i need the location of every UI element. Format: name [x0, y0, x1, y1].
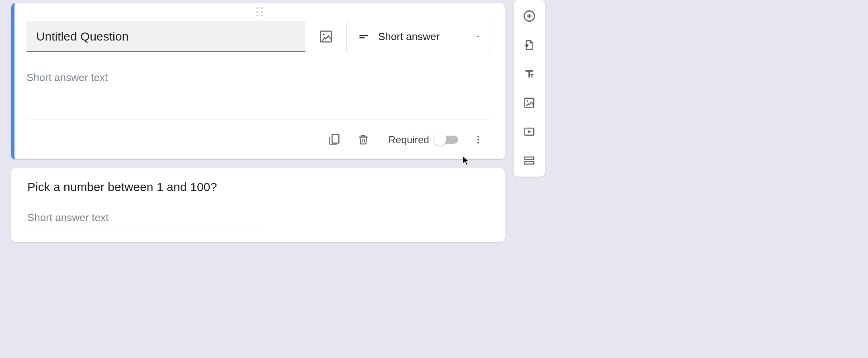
- add-section-button[interactable]: [520, 152, 538, 169]
- svg-rect-13: [525, 162, 534, 164]
- more-vert-icon: [473, 134, 483, 145]
- import-icon: [523, 39, 535, 51]
- copy-icon: [328, 133, 341, 146]
- required-label: Required: [389, 134, 429, 146]
- answer-preview: Short answer text: [27, 71, 259, 88]
- add-question-button[interactable]: [520, 7, 538, 25]
- required-toggle[interactable]: [435, 136, 458, 144]
- image-icon: [523, 97, 535, 109]
- svg-point-5: [477, 136, 479, 137]
- svg-rect-12: [525, 157, 534, 159]
- add-title-button[interactable]: [520, 65, 538, 83]
- svg-rect-4: [332, 134, 339, 143]
- duplicate-button[interactable]: [320, 125, 349, 154]
- add-image-icon[interactable]: [315, 26, 337, 47]
- trash-icon: [357, 133, 370, 146]
- svg-point-10: [527, 100, 528, 102]
- add-video-button[interactable]: [520, 123, 538, 140]
- section-icon: [523, 155, 535, 167]
- svg-point-1: [323, 34, 325, 36]
- question-type-label: Short answer: [378, 31, 466, 43]
- title-icon: [523, 67, 536, 80]
- svg-point-6: [477, 139, 479, 140]
- footer-divider: [382, 130, 382, 149]
- chevron-down-icon: [475, 33, 482, 40]
- question-type-select[interactable]: Short answer: [346, 21, 491, 52]
- video-icon: [523, 126, 535, 138]
- plus-circle-icon: [522, 9, 536, 23]
- svg-point-7: [477, 142, 479, 143]
- drag-handle-icon[interactable]: [254, 7, 265, 16]
- question-footer: Required: [27, 120, 491, 159]
- import-questions-button[interactable]: [520, 36, 538, 54]
- question-title: Pick a number between 1 and 100?: [27, 180, 491, 194]
- question-title-input[interactable]: [27, 21, 305, 52]
- question-header-row: Short answer: [27, 21, 491, 52]
- more-options-button[interactable]: [469, 125, 488, 154]
- short-answer-icon: [358, 31, 369, 42]
- question-card-inactive[interactable]: Pick a number between 1 and 100? Short a…: [11, 168, 505, 242]
- side-toolbar: [514, 0, 545, 177]
- delete-button[interactable]: [349, 125, 378, 154]
- question-card-active[interactable]: Short answer Short answer text: [11, 3, 505, 159]
- svg-rect-3: [360, 37, 365, 39]
- svg-rect-2: [360, 35, 368, 37]
- add-image-button[interactable]: [520, 94, 538, 112]
- answer-preview: Short answer text: [27, 212, 260, 228]
